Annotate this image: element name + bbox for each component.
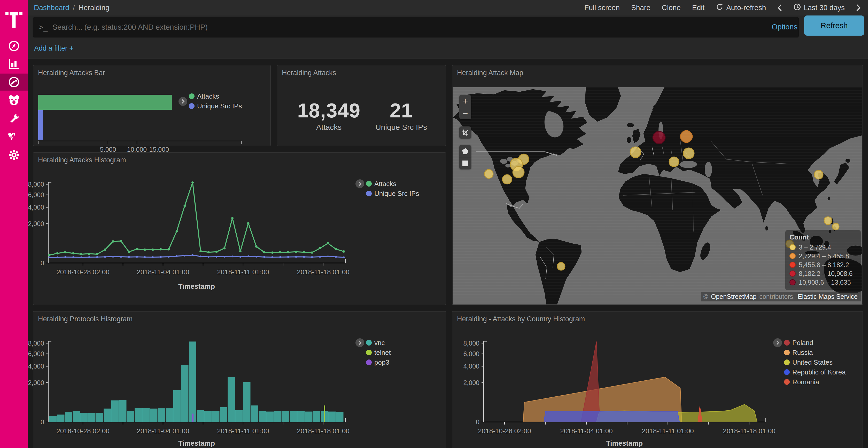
- legend-dot-icon: [189, 94, 194, 99]
- query-bar: >_ Search... (e.g. status:200 AND extens…: [28, 15, 868, 59]
- sidebar-item-visualize[interactable]: [0, 56, 28, 72]
- bar-chart-icon: [8, 58, 20, 70]
- sidebar-item-timelion[interactable]: [0, 92, 28, 109]
- legend-label: pop3: [374, 358, 389, 367]
- search-placeholder: Search... (e.g. status:200 AND extension…: [53, 23, 208, 32]
- sidebar-item-dashboard[interactable]: [0, 74, 28, 91]
- sidebar-item-management[interactable]: [0, 146, 28, 164]
- attack-location-marker[interactable]: [630, 147, 641, 158]
- metric-value: 21: [360, 99, 442, 122]
- svg-text:2018-10-28 02:00: 2018-10-28 02:00: [56, 268, 109, 276]
- svg-text:6,000: 6,000: [28, 191, 44, 199]
- add-filter-link[interactable]: Add a filter +: [34, 44, 73, 53]
- svg-text:2,000: 2,000: [28, 220, 44, 227]
- legend-dot-icon: [784, 359, 790, 365]
- full-screen-button[interactable]: Full screen: [584, 4, 620, 12]
- sidebar-item-monitoring[interactable]: ♥: [0, 129, 28, 145]
- svg-text:Timestamp: Timestamp: [178, 440, 215, 447]
- legend-item[interactable]: Poland: [784, 338, 846, 348]
- gauge-icon: [8, 76, 20, 88]
- svg-text:2018-11-11 01:00: 2018-11-11 01:00: [217, 268, 269, 276]
- share-button[interactable]: Share: [631, 4, 650, 12]
- panel-attacks-histogram: Heralding Attacks Histogram 02,0004,0006…: [33, 152, 446, 305]
- attack-location-marker[interactable]: [669, 157, 679, 167]
- time-range-prev-button[interactable]: [777, 4, 782, 12]
- map-attribution: © OpenStreetMap contributors, Elastic Ma…: [701, 292, 861, 302]
- map-draw-controls: [459, 145, 471, 169]
- breadcrumb-dashboard-link[interactable]: Dashboard: [34, 4, 69, 12]
- nav-actions: Full screen Share Clone Edit Auto-refres…: [584, 3, 868, 13]
- attack-location-marker[interactable]: [832, 223, 839, 230]
- time-picker-button[interactable]: Last 30 days: [793, 3, 845, 13]
- legend-item[interactable]: telnet: [366, 348, 391, 357]
- svg-text:2,000: 2,000: [463, 379, 479, 386]
- plus-icon: +: [69, 44, 74, 52]
- svg-text:0: 0: [476, 418, 479, 425]
- legend-item[interactable]: vnc: [366, 338, 391, 348]
- sidebar-item-discover[interactable]: [0, 37, 28, 55]
- map-legend-dot-icon: [789, 244, 796, 250]
- legend-item[interactable]: pop3: [366, 357, 391, 367]
- map-legend-dot-icon: [789, 279, 796, 285]
- legend-toggle-icon[interactable]: [179, 97, 187, 106]
- legend-label: Romania: [792, 378, 819, 386]
- svg-text:2018-11-11 01:00: 2018-11-11 01:00: [642, 427, 693, 435]
- legend-dot-icon: [366, 340, 372, 346]
- svg-text:2,000: 2,000: [28, 379, 44, 386]
- world-map[interactable]: + − Count 3 – 2,729.42,729.4 – 5,455.85,…: [453, 87, 862, 305]
- search-input[interactable]: >_ Search... (e.g. status:200 AND extens…: [33, 17, 799, 37]
- svg-text:8,000: 8,000: [28, 181, 44, 188]
- svg-text:0: 0: [40, 418, 44, 425]
- legend-item[interactable]: Attacks: [189, 91, 242, 101]
- legend-label: Attacks: [374, 180, 396, 188]
- legend-item[interactable]: Unique Src IPs: [189, 101, 242, 111]
- panel-attack-map: Heralding Attack Map + − Count 3 – 2,729…: [452, 65, 863, 305]
- edit-button[interactable]: Edit: [692, 4, 705, 12]
- legend-dot-icon: [189, 103, 194, 109]
- attack-location-marker[interactable]: [557, 263, 565, 270]
- svg-text:6,000: 6,000: [463, 350, 479, 357]
- legend-toggle-icon[interactable]: [773, 338, 782, 347]
- refresh-button[interactable]: Refresh: [804, 15, 864, 36]
- panel-title: Heralding Attacks: [282, 69, 336, 77]
- sidebar-item-dev-tools[interactable]: [0, 110, 28, 128]
- crop-icon[interactable]: [459, 127, 471, 139]
- legend-item[interactable]: United States: [784, 357, 846, 367]
- legend-item[interactable]: Russia: [784, 348, 846, 357]
- attack-location-marker[interactable]: [824, 217, 832, 225]
- attack-location-marker[interactable]: [680, 131, 692, 142]
- svg-text:8,000: 8,000: [28, 340, 44, 347]
- legend-dot-icon: [784, 369, 790, 375]
- polygon-draw-icon[interactable]: [459, 145, 471, 157]
- legend-item[interactable]: Romania: [784, 377, 846, 387]
- attack-location-marker[interactable]: [653, 131, 665, 144]
- refresh-cycle-icon: [716, 3, 723, 13]
- svg-text:Timestamp: Timestamp: [178, 283, 215, 290]
- map-zoom-controls: + −: [459, 95, 471, 119]
- legend-item[interactable]: Republic of Korea: [784, 367, 846, 377]
- legend-toggle-icon[interactable]: [355, 179, 364, 188]
- time-range-next-button[interactable]: [856, 4, 861, 12]
- legend-toggle-icon[interactable]: [355, 338, 364, 347]
- legend-item[interactable]: Attacks: [366, 179, 419, 188]
- attack-location-marker[interactable]: [485, 170, 493, 178]
- auto-refresh-button[interactable]: Auto-refresh: [716, 3, 766, 13]
- attack-location-marker[interactable]: [513, 167, 524, 178]
- attack-location-marker[interactable]: [502, 175, 512, 184]
- zoom-in-button[interactable]: +: [459, 95, 471, 107]
- map-legend-label: 2,729.4 – 5,455.8: [799, 252, 849, 260]
- svg-text:6,000: 6,000: [28, 350, 44, 357]
- attack-location-marker[interactable]: [814, 170, 823, 179]
- legend-label: United States: [792, 358, 833, 367]
- rectangle-draw-icon[interactable]: [459, 157, 471, 169]
- bear-face-icon: [8, 94, 20, 106]
- protocols-bar-chart: 02,0004,0006,0008,0002018-10-28 02:00201…: [33, 311, 446, 448]
- options-link[interactable]: Options: [772, 23, 798, 31]
- zoom-out-button[interactable]: −: [459, 107, 471, 119]
- legend-item[interactable]: Unique Src IPs: [366, 188, 419, 199]
- clone-button[interactable]: Clone: [662, 4, 681, 12]
- osm-link[interactable]: OpenStreetMap: [710, 293, 758, 300]
- attack-location-marker[interactable]: [683, 148, 694, 159]
- legend-label: Republic of Korea: [792, 368, 846, 376]
- ems-link[interactable]: Elastic Maps Service: [797, 293, 859, 300]
